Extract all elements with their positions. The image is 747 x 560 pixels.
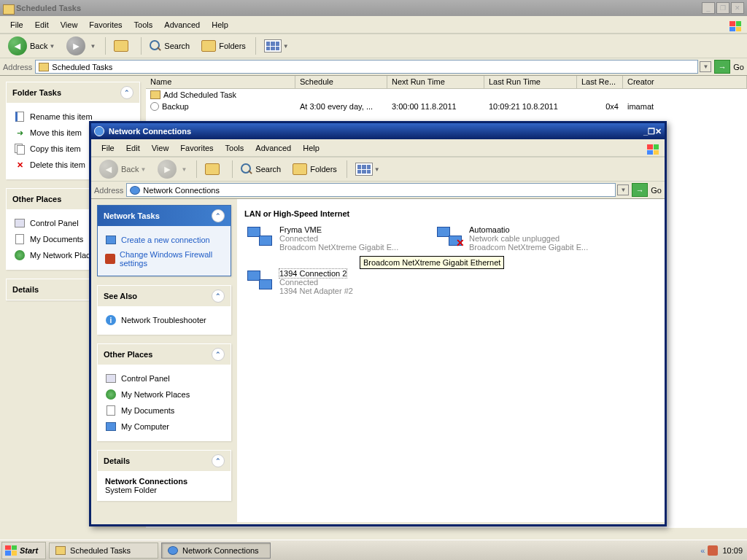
address-drop-icon[interactable]: ▼ xyxy=(617,184,629,195)
table-row[interactable]: Backup At 3:00 every day, ... 3:00:00 11… xyxy=(146,101,747,112)
task-icon xyxy=(150,90,160,99)
col-next-run[interactable]: Next Run Time xyxy=(387,76,484,88)
forward-button[interactable]: ► ▼ xyxy=(61,34,101,58)
connection-item-automaatio[interactable]: ✕ Automaatio Network cable unplugged Bro… xyxy=(434,224,609,253)
views-icon xyxy=(264,39,282,52)
see-also-header[interactable]: See Also ⌃ xyxy=(98,286,231,306)
task-label: Copy this item xyxy=(30,144,81,153)
col-creator[interactable]: Creator xyxy=(623,76,747,88)
child-close-button[interactable]: ✕ xyxy=(655,127,662,136)
views-button[interactable]: ▼ xyxy=(259,36,294,55)
document-icon xyxy=(107,405,115,416)
menu-advanced[interactable]: Advanced xyxy=(249,141,297,155)
menu-advanced[interactable]: Advanced xyxy=(158,18,206,31)
menu-file[interactable]: File xyxy=(4,18,29,31)
connection-status: Connected xyxy=(279,278,418,287)
tray-chevron-icon[interactable]: « xyxy=(700,546,705,555)
network-connections-icon xyxy=(94,126,104,136)
child-maximize-button[interactable]: ❐ xyxy=(648,127,655,136)
network-troubleshooter-item[interactable]: iNetwork Troubleshooter xyxy=(105,312,223,328)
cell-next-run: 3:00:00 11.8.2011 xyxy=(387,101,484,112)
address-drop-icon[interactable]: ▼ xyxy=(700,61,711,72)
address-input[interactable]: Network Connections xyxy=(126,183,616,197)
search-button[interactable]: Search xyxy=(144,37,195,55)
windows-flag-icon xyxy=(5,545,17,556)
folder-up-icon xyxy=(205,163,220,175)
sidebar-item-my-documents[interactable]: My Documents xyxy=(105,402,223,419)
folder-icon xyxy=(55,546,66,555)
connection-item-fryma[interactable]: Fryma VME Connected Broadcom NetXtreme G… xyxy=(244,224,419,253)
other-places-header[interactable]: Other Places ⌃ xyxy=(98,344,231,365)
task-label: Network Troubleshooter xyxy=(121,316,206,324)
connection-icon xyxy=(246,225,275,252)
firewall-settings-item[interactable]: Change Windows Firewall settings xyxy=(105,248,223,270)
network-tasks-header[interactable]: Network Tasks ⌃ xyxy=(98,206,231,226)
views-button[interactable]: ▼ xyxy=(350,160,385,179)
address-input[interactable]: Scheduled Tasks xyxy=(35,60,698,74)
child-titlebar[interactable]: Network Connections _ ❐ ✕ xyxy=(91,123,665,139)
computer-icon xyxy=(106,422,116,431)
menu-file[interactable]: File xyxy=(96,141,120,155)
task-label: Control Panel xyxy=(30,219,79,228)
menu-edit[interactable]: Edit xyxy=(29,18,55,31)
start-button[interactable]: Start xyxy=(1,542,46,559)
folder-up-icon xyxy=(114,40,128,52)
chevron-down-icon: ▼ xyxy=(181,166,187,173)
menu-help[interactable]: Help xyxy=(206,18,234,31)
tray-network-icon[interactable] xyxy=(708,545,718,556)
menu-tools[interactable]: Tools xyxy=(220,141,250,155)
create-connection-item[interactable]: Create a new connection xyxy=(105,232,223,248)
close-button[interactable]: ✕ xyxy=(731,2,744,14)
back-button[interactable]: ◄ Back ▼ xyxy=(94,157,151,182)
minimize-button[interactable]: _ xyxy=(702,2,715,14)
sidebar-item-my-computer[interactable]: My Computer xyxy=(105,419,223,435)
parent-menubar: File Edit View Favorites Tools Advanced … xyxy=(0,16,747,34)
menu-favorites[interactable]: Favorites xyxy=(174,141,219,155)
folders-icon xyxy=(293,163,307,175)
up-button[interactable] xyxy=(200,160,228,178)
connection-name: 1394 Connection 2 xyxy=(279,269,347,278)
windows-logo-icon xyxy=(729,18,744,31)
firewall-icon xyxy=(105,254,115,264)
col-last-run[interactable]: Last Run Time xyxy=(484,76,577,88)
forward-button[interactable]: ► ▼ xyxy=(152,157,192,182)
go-button[interactable]: → xyxy=(632,183,648,197)
menu-tools[interactable]: Tools xyxy=(128,18,159,31)
menu-view[interactable]: View xyxy=(146,141,175,155)
folders-button[interactable]: Folders xyxy=(196,37,251,55)
col-name[interactable]: Name xyxy=(146,76,295,88)
clock[interactable]: 10:09 xyxy=(722,546,743,555)
menu-view[interactable]: View xyxy=(55,18,84,31)
search-button[interactable]: Search xyxy=(236,160,286,178)
details-header[interactable]: Details ⌃ xyxy=(98,451,231,471)
col-schedule[interactable]: Schedule xyxy=(295,76,387,88)
folders-button[interactable]: Folders xyxy=(287,160,342,178)
parent-window-title: Scheduled Tasks xyxy=(3,4,700,12)
connection-status: Network cable unplugged xyxy=(469,234,608,243)
folder-tasks-header[interactable]: Folder Tasks ⌃ xyxy=(7,82,139,103)
go-button[interactable]: → xyxy=(714,60,730,74)
folders-icon xyxy=(201,40,216,52)
network-tasks-panel: Network Tasks ⌃ Create a new connection … xyxy=(97,205,231,276)
up-button[interactable] xyxy=(109,37,136,55)
sidebar-item-network-places[interactable]: My Network Places xyxy=(105,386,223,402)
search-label: Search xyxy=(255,165,281,174)
sidebar-item-control-panel[interactable]: Control Panel xyxy=(105,370,223,386)
chevron-down-icon: ▼ xyxy=(374,166,380,173)
taskbar-item-network-connections[interactable]: Network Connections xyxy=(161,542,271,559)
address-label: Address xyxy=(3,63,32,71)
menu-help[interactable]: Help xyxy=(297,141,325,155)
connection-item-1394[interactable]: 1394 Connection 2 Connected 1394 Net Ada… xyxy=(244,268,419,297)
maximize-button[interactable]: ❐ xyxy=(716,2,729,14)
col-last-result[interactable]: Last Re... xyxy=(577,76,623,88)
back-button[interactable]: ◄ Back ▼ xyxy=(3,34,60,58)
control-panel-icon xyxy=(106,374,116,383)
taskbar-item-scheduled-tasks[interactable]: Scheduled Tasks xyxy=(49,542,158,559)
address-label: Address xyxy=(94,186,123,195)
details-title: Network Connections xyxy=(105,477,223,486)
menu-favorites[interactable]: Favorites xyxy=(83,18,128,31)
menu-edit[interactable]: Edit xyxy=(120,141,146,155)
table-row[interactable]: Add Scheduled Task xyxy=(146,89,747,101)
separator xyxy=(232,160,233,178)
taskbar-label: Scheduled Tasks xyxy=(70,546,131,555)
